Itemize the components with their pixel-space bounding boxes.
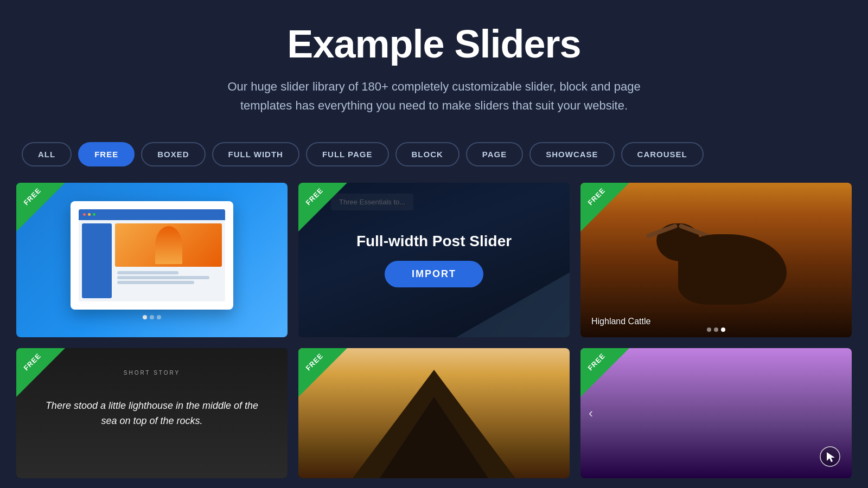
- filter-btn-free[interactable]: FREE: [78, 142, 135, 166]
- filter-btn-showcase[interactable]: SHOWCASE: [529, 142, 614, 166]
- filter-btn-carousel[interactable]: CAROUSEL: [621, 142, 704, 166]
- card-1-badge: FREE: [16, 183, 65, 232]
- card-4-import-button[interactable]: IMPORT: [103, 400, 201, 427]
- cursor-icon: [819, 446, 841, 467]
- card-5-inner: FREE IMPORT: [298, 348, 570, 478]
- header-section: Example Sliders Our huge slider library …: [0, 22, 868, 131]
- card-2-import-button[interactable]: IMPORT: [385, 261, 483, 287]
- filter-bar: ALL FREE BOXED FULL WIDTH FULL PAGE BLOC…: [0, 131, 868, 183]
- card-2-hover-title: Full-width Post Slider: [356, 233, 512, 250]
- filter-btn-page[interactable]: PAGE: [466, 142, 523, 166]
- card-6-inner: FREE ‹ IMPORT: [580, 348, 852, 478]
- card-3-badge: FREE: [580, 183, 629, 232]
- page-wrapper: Example Sliders Our huge slider library …: [0, 0, 868, 478]
- card-6[interactable]: FREE ‹ IMPORT: [580, 348, 852, 478]
- card-5[interactable]: FREE IMPORT: [298, 348, 570, 478]
- card-3-hover-title: Highland Cattle: [676, 236, 756, 249]
- card-3-import-button[interactable]: IMPORT: [667, 258, 765, 284]
- card-1[interactable]: FREE: [16, 183, 288, 337]
- cards-grid-row2: FREE SHORT STORY There stood a little li…: [0, 348, 868, 478]
- filter-btn-all[interactable]: ALL: [22, 142, 72, 166]
- filter-btn-full-page[interactable]: FULL PAGE: [306, 142, 389, 166]
- card-1-hover-title: Free Full Width Slider: [96, 236, 207, 249]
- card-4-badge: FREE: [16, 348, 65, 397]
- card-3-inner: FREE Highland Cattle: [580, 183, 852, 337]
- card-1-inner: FREE: [16, 183, 288, 337]
- filter-btn-full-width[interactable]: FULL WIDTH: [212, 142, 299, 166]
- card-2-inner: FREE Three Essentials to... Full-width P…: [298, 183, 570, 337]
- card-2-badge: FREE: [298, 183, 347, 232]
- card-6-import-button[interactable]: IMPORT: [667, 400, 765, 427]
- filter-btn-block[interactable]: BLOCK: [395, 142, 459, 166]
- card-6-badge: FREE: [580, 348, 629, 397]
- card-5-badge: FREE: [298, 348, 347, 397]
- card-4-inner: FREE SHORT STORY There stood a little li…: [16, 348, 288, 478]
- page-title: Example Sliders: [43, 22, 825, 66]
- filter-btn-boxed[interactable]: BOXED: [141, 142, 205, 166]
- card-1-import-button[interactable]: IMPORT: [103, 258, 201, 284]
- chevron-left-icon[interactable]: ‹: [589, 406, 593, 421]
- page-subtitle: Our huge slider library of 180+ complete…: [163, 77, 705, 115]
- cards-grid-row1: FREE: [0, 183, 868, 337]
- card-5-import-button[interactable]: IMPORT: [385, 400, 483, 427]
- card-4[interactable]: FREE SHORT STORY There stood a little li…: [16, 348, 288, 478]
- card-3[interactable]: FREE Highland Cattle: [580, 183, 852, 337]
- card-2[interactable]: FREE Three Essentials to... Full-width P…: [298, 183, 570, 337]
